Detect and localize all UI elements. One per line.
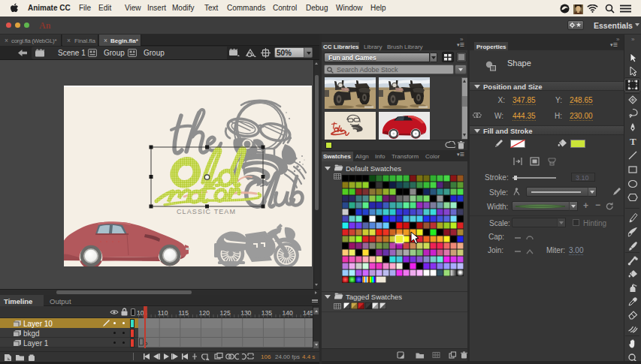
svg-text:T: T <box>630 136 636 146</box>
